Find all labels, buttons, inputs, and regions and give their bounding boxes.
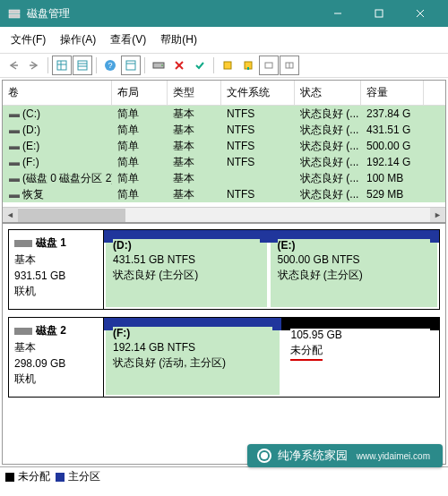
scroll-thumb[interactable] bbox=[18, 209, 125, 222]
table-row[interactable]: ▬(磁盘 0 磁盘分区 2) 简单 基本 状态良好 (... 100 MB bbox=[3, 170, 445, 186]
view-panes-button[interactable] bbox=[52, 56, 72, 75]
disk-size: 931.51 GB bbox=[14, 269, 98, 282]
svg-rect-11 bbox=[78, 61, 87, 70]
partition[interactable]: (F:) 192.14 GB NTFS 状态良好 (活动, 主分区) bbox=[106, 320, 280, 395]
vol-name: 恢复 bbox=[22, 188, 44, 201]
watermark-text: 纯净系统家园 bbox=[278, 448, 348, 464]
minimize-button[interactable] bbox=[317, 0, 358, 27]
legend: 未分配 主分区 bbox=[0, 466, 448, 486]
menu-help[interactable]: 帮助(H) bbox=[153, 29, 204, 51]
disk-type: 基本 bbox=[14, 340, 98, 355]
menu-file[interactable]: 文件(F) bbox=[4, 29, 53, 51]
vol-layout: 简单 bbox=[112, 154, 168, 171]
legend-item: 主分区 bbox=[56, 469, 100, 484]
svg-rect-16 bbox=[126, 61, 135, 70]
graphical-view: 磁盘 1 基本 931.51 GB 联机 (D:) 431.51 GB NTFS… bbox=[3, 224, 445, 464]
action3-icon[interactable] bbox=[259, 56, 279, 75]
part-size: 500.00 GB NTFS bbox=[278, 253, 430, 266]
toolbar: ? bbox=[0, 53, 448, 78]
menu-view[interactable]: 查看(V) bbox=[103, 29, 153, 51]
delete-icon[interactable] bbox=[169, 56, 189, 75]
close-button[interactable] bbox=[400, 0, 441, 27]
col-volume[interactable]: 卷 bbox=[3, 81, 112, 105]
vol-layout: 简单 bbox=[112, 186, 168, 203]
col-layout[interactable]: 布局 bbox=[112, 81, 168, 105]
vol-type: 基本 bbox=[168, 170, 221, 187]
toolbar-separator bbox=[144, 57, 145, 73]
horizontal-scrollbar[interactable]: ◄ ► bbox=[3, 207, 445, 222]
vol-cap: 529 MB bbox=[361, 187, 424, 201]
disk-name: 磁盘 1 bbox=[36, 236, 66, 249]
view-list-button[interactable] bbox=[121, 56, 141, 75]
help-icon[interactable]: ? bbox=[100, 56, 120, 75]
volume-icon: ▬ bbox=[8, 124, 21, 136]
part-title: (D:) bbox=[113, 239, 260, 252]
partition[interactable]: (E:) 500.00 GB NTFS 状态良好 (主分区) bbox=[271, 232, 437, 307]
vol-name: (D:) bbox=[22, 124, 40, 136]
table-row[interactable]: ▬(F:) 简单 基本 NTFS 状态良好 (... 192.14 G bbox=[3, 154, 445, 170]
legend-swatch-primary bbox=[56, 473, 65, 482]
col-type[interactable]: 类型 bbox=[168, 81, 221, 105]
table-row[interactable]: ▬恢复 简单 基本 NTFS 状态良好 (... 529 MB bbox=[3, 186, 445, 202]
action2-icon[interactable] bbox=[238, 56, 258, 75]
svg-text:?: ? bbox=[108, 61, 112, 70]
vol-type: 基本 bbox=[168, 106, 221, 123]
vol-layout: 简单 bbox=[112, 138, 168, 155]
disk-label[interactable]: 磁盘 2 基本 298.09 GB 联机 bbox=[9, 318, 104, 397]
vol-fs: NTFS bbox=[221, 107, 295, 121]
svg-rect-0 bbox=[9, 10, 20, 13]
svg-point-19 bbox=[161, 64, 163, 66]
back-button[interactable] bbox=[4, 56, 23, 75]
volume-icon: ▬ bbox=[8, 188, 21, 201]
table-row[interactable]: ▬(D:) 简单 基本 NTFS 状态良好 (... 431.51 G bbox=[3, 122, 445, 138]
vol-status: 状态良好 (... bbox=[295, 170, 361, 187]
legend-label: 未分配 bbox=[18, 470, 50, 483]
vol-cap: 100 MB bbox=[361, 171, 424, 185]
scroll-left-button[interactable]: ◄ bbox=[3, 208, 18, 223]
col-filesystem[interactable]: 文件系统 bbox=[221, 81, 295, 105]
partition[interactable]: (D:) 431.51 GB NTFS 状态良好 (主分区) bbox=[106, 232, 267, 307]
svg-rect-8 bbox=[57, 61, 66, 70]
part-status: 未分配 bbox=[290, 343, 323, 361]
view-table-button[interactable] bbox=[73, 56, 92, 75]
table-row[interactable]: ▬(C:) 简单 基本 NTFS 状态良好 (... 237.84 G bbox=[3, 106, 445, 122]
forward-button[interactable] bbox=[24, 56, 44, 75]
disk-state: 联机 bbox=[14, 372, 98, 387]
vol-name: (磁盘 0 磁盘分区 2) bbox=[22, 172, 112, 184]
window-controls bbox=[317, 0, 441, 27]
disk-partitions: (D:) 431.51 GB NTFS 状态良好 (主分区) (E:) 500.… bbox=[104, 230, 439, 309]
volume-icon: ▬ bbox=[8, 156, 21, 168]
disk-state: 联机 bbox=[14, 284, 98, 299]
svg-rect-22 bbox=[224, 62, 231, 69]
toolbar-separator bbox=[213, 57, 214, 73]
menu-action[interactable]: 操作(A) bbox=[53, 29, 103, 51]
part-size: 192.14 GB NTFS bbox=[113, 341, 272, 354]
disk-row: 磁盘 1 基本 931.51 GB 联机 (D:) 431.51 GB NTFS… bbox=[8, 229, 440, 310]
volume-list: 卷 布局 类型 文件系统 状态 容量 ▬(C:) 简单 基本 NTFS 状态良好… bbox=[3, 81, 445, 224]
vol-layout: 简单 bbox=[112, 106, 168, 123]
part-size: 431.51 GB NTFS bbox=[113, 253, 260, 266]
toolbar-separator bbox=[96, 57, 97, 73]
disk-type: 基本 bbox=[14, 252, 98, 268]
check-icon[interactable] bbox=[190, 56, 210, 75]
menubar: 文件(F) 操作(A) 查看(V) 帮助(H) bbox=[0, 27, 448, 53]
col-status[interactable]: 状态 bbox=[295, 81, 361, 105]
table-row[interactable]: ▬(E:) 简单 基本 NTFS 状态良好 (... 500.00 G bbox=[3, 138, 445, 154]
watermark-sub: www.yidaimei.com bbox=[357, 451, 430, 461]
action1-icon[interactable] bbox=[218, 56, 237, 75]
part-status: 状态良好 (主分区) bbox=[278, 268, 430, 283]
vol-cap: 237.84 G bbox=[361, 107, 424, 121]
drive-icon[interactable] bbox=[149, 56, 168, 75]
disk-partitions: (F:) 192.14 GB NTFS 状态良好 (活动, 主分区) 105.9… bbox=[104, 318, 439, 397]
disk-size: 298.09 GB bbox=[14, 357, 98, 370]
legend-label: 主分区 bbox=[68, 470, 100, 483]
maximize-button[interactable] bbox=[358, 0, 400, 27]
action4-icon[interactable] bbox=[280, 56, 299, 75]
vol-status: 状态良好 (... bbox=[295, 106, 361, 123]
disk-label[interactable]: 磁盘 1 基本 931.51 GB 联机 bbox=[9, 230, 104, 309]
partition-unallocated[interactable]: 105.95 GB 未分配 bbox=[283, 320, 437, 395]
scroll-right-button[interactable]: ► bbox=[430, 208, 445, 223]
volume-rows: ▬(C:) 简单 基本 NTFS 状态良好 (... 237.84 G ▬(D:… bbox=[3, 106, 445, 202]
col-capacity[interactable]: 容量 bbox=[361, 81, 424, 105]
content-area: 卷 布局 类型 文件系统 状态 容量 ▬(C:) 简单 基本 NTFS 状态良好… bbox=[2, 80, 446, 465]
